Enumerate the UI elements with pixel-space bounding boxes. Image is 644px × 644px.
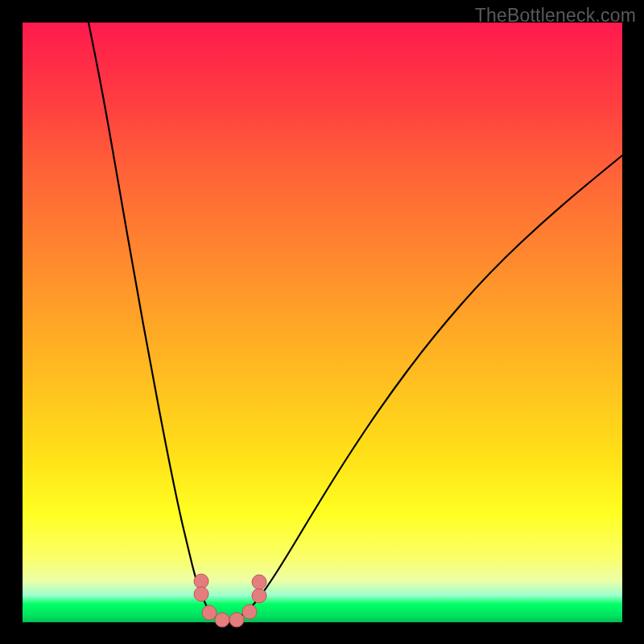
curve-marker — [252, 575, 266, 589]
watermark-text: TheBottleneck.com — [475, 5, 636, 27]
curve-marker — [202, 605, 217, 620]
curve-left-branch — [89, 23, 226, 622]
curve-right-branch — [226, 155, 622, 622]
plot-area — [23, 23, 622, 622]
curve-marker — [229, 613, 244, 627]
curve-marker — [252, 588, 266, 603]
curve-markers — [194, 574, 266, 627]
curve-marker — [242, 605, 257, 619]
bottleneck-curve — [23, 23, 622, 622]
curve-marker — [194, 587, 208, 601]
curve-marker — [215, 613, 229, 627]
curve-marker — [194, 574, 208, 588]
